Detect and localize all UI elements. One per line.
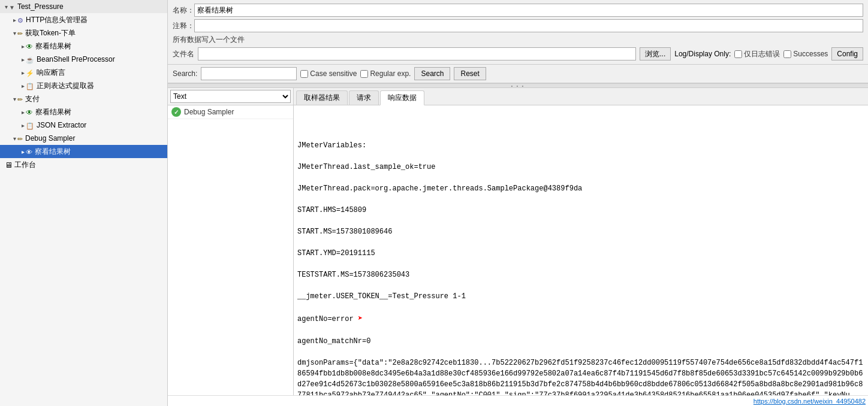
tree-arrow-json-extractor: ▸ [22,122,25,129]
case-sensitive-checkbox[interactable] [300,70,308,78]
workbench-icon: 🖥 [5,160,13,169]
regular-exp-label: Regular exp. [360,69,411,78]
result-line-1: JMeterThread.last_sample_ok=true [297,162,864,172]
tree-label-regex-extractor: 正则表达式提取器 [37,81,94,91]
tab-response-data[interactable]: 响应数据 [380,90,424,105]
dropdown-row: Text HTML JSON XML RegExp Tester [168,88,293,105]
tree-icon-response-assertion: ⚡ [26,68,34,77]
splitter-handle[interactable]: • • • [168,83,868,88]
tree-icon-view-results-tree3: 👁 [26,147,32,156]
result-content[interactable]: JMeterVariables: JMeterThread.last_sampl… [294,105,868,395]
result-line-7: __jmeter.USER_TOKEN__=Test_Pressure 1-1 [297,291,864,302]
result-line-3: START.HMS=145809 [297,205,864,216]
tree-icon-view-results-tree2: 👁 [26,108,33,117]
regular-exp-checkbox[interactable] [360,70,368,78]
name-label: 名称： [173,5,194,16]
tree-arrow-response-assertion: ▸ [22,69,25,76]
tree-icon-beanshell-preprocessor: ☕ [26,55,34,64]
tree-label-zhifu: 支付 [25,94,40,104]
result-line-0: JMeterVariables: [297,140,864,151]
tree-icon-regex-extractor: 📋 [26,81,34,90]
tab-sampler-result[interactable]: 取样器结果 [296,90,348,105]
bottom-bar: https://blog.csdn.net/weixin_44950482 [168,395,868,406]
tree-icon-get-token: ✏ [17,29,23,38]
lower-panel: Text HTML JSON XML RegExp Tester Debug S… [168,88,868,395]
sidebar-item-http-header-manager[interactable]: ▸⚙HTTP信息头管理器 [0,13,167,26]
result-line-10: dmjsonParams={"data":"2e8a28c92742ceb118… [297,357,864,395]
successes-checkbox[interactable] [783,50,791,58]
tree-icon-json-extractor: 📋 [26,121,34,130]
result-line-5: START.YMD=20191115 [297,248,864,259]
tree-label-test-pressure: Test_Pressure [17,2,64,11]
results-panel: 取样器结果请求响应数据 JMeterVariables: JMeterThrea… [294,88,868,395]
sidebar-item-view-results-tree2[interactable]: ▸👁察看结果树 [0,105,167,119]
tree-icon-view-results-tree1: 👁 [26,42,33,51]
bottom-url[interactable]: https://blog.csdn.net/weixin_44950482 [754,398,866,405]
sidebar-item-debug-sampler[interactable]: ▾✏Debug Sampler [0,132,167,145]
comment-row: 注释： [173,19,863,32]
tree-arrow-zhifu: ▾ [13,96,16,102]
search-input[interactable] [201,67,297,80]
sidebar-item-workbench[interactable]: 🖥 工作台 [0,158,167,171]
sidebar-item-view-results-tree1[interactable]: ▸👁察看结果树 [0,40,167,53]
log-display-options: Log/Display Only: 仅日志错误 Successes Config [674,47,863,60]
errors-checkbox[interactable] [734,50,742,58]
sample-list: Debug Sampler [168,105,293,395]
result-line-4: START.MS=1573801089646 [297,226,864,237]
errors-checkbox-label: 仅日志错误 [734,49,780,59]
sidebar-item-response-assertion[interactable]: ▸⚡响应断言 [0,66,167,79]
sidebar: ▾▼Test_Pressure▸⚙HTTP信息头管理器▾✏获取Token-下单▸… [0,0,168,406]
sidebar-item-get-token[interactable]: ▾✏获取Token-下单 [0,26,167,40]
status-icon-debug-sampler-item [171,107,181,117]
sidebar-item-beanshell-preprocessor[interactable]: ▸☕BeanShell PreProcessor [0,53,167,66]
tree-label-json-extractor: JSON Extractor [37,121,86,129]
comment-input[interactable] [194,19,863,32]
browse-button[interactable]: 浏览... [640,47,671,60]
tree-arrow-view-results-tree3: ▸ [22,149,25,155]
tree-arrow-test-pressure: ▾ [5,4,8,10]
tree-label-get-token: 获取Token-下单 [25,28,76,38]
filename-label: 文件名 [173,49,194,59]
search-label: Search: [173,69,197,78]
sidebar-item-view-results-tree3[interactable]: ▸👁察看结果树 [0,145,167,158]
reset-button[interactable]: Reset [454,67,486,80]
sidebar-item-test-pressure[interactable]: ▾▼Test_Pressure [0,0,167,13]
sidebar-item-regex-extractor[interactable]: ▸📋正则表达式提取器 [0,79,167,92]
sample-list-panel: Text HTML JSON XML RegExp Tester Debug S… [168,88,294,395]
tree-label-view-results-tree1: 察看结果树 [35,41,71,51]
arrow-indicator: ➤ [358,314,363,323]
tree-arrow-regex-extractor: ▸ [22,83,25,89]
tree-arrow-debug-sampler: ▾ [13,135,16,142]
result-line-2: JMeterThread.pack=org.apache.jmeter.thre… [297,183,864,194]
name-row: 名称： [173,4,863,17]
sidebar-item-zhifu[interactable]: ▾✏支付 [0,92,167,105]
tree-label-beanshell-preprocessor: BeanShell PreProcessor [37,55,115,63]
tabs-row: 取样器结果请求响应数据 [294,88,868,105]
sidebar-item-json-extractor[interactable]: ▸📋JSON Extractor [0,119,167,132]
tree-label-response-assertion: 响应断言 [37,68,65,78]
filename-input[interactable] [198,47,636,60]
write-all-title: 所有数据写入一个文件 [173,35,863,45]
main-content: 名称： 注释： 所有数据写入一个文件 文件名 浏览... Log/Display… [168,0,868,406]
sample-label-debug-sampler-item: Debug Sampler [184,108,234,116]
log-display-label: Log/Display Only: [674,50,731,58]
tree-arrow-beanshell-preprocessor: ▸ [22,56,25,63]
config-button[interactable]: Config [831,47,863,60]
tree-label-debug-sampler: Debug Sampler [25,134,75,143]
tree-arrow-view-results-tree1: ▸ [22,43,25,50]
comment-label: 注释： [173,21,194,31]
tree-label-view-results-tree2: 察看结果树 [35,107,71,117]
name-input[interactable] [194,4,863,17]
tree-arrow-http-header-manager: ▸ [13,17,16,23]
result-line-6: TESTSTART.MS=1573806235043 [297,269,864,280]
result-line-8: agentNo=error ➤ [297,313,864,325]
sample-item-debug-sampler-item[interactable]: Debug Sampler [168,105,293,119]
result-line-9: agentNo_matchNr=0 [297,336,864,347]
form-area: 名称： 注释： 所有数据写入一个文件 文件名 浏览... Log/Display… [168,0,868,65]
format-select[interactable]: Text HTML JSON XML RegExp Tester [170,90,291,103]
tree-icon-http-header-manager: ⚙ [17,16,23,25]
search-button[interactable]: Search [414,67,450,80]
tab-request[interactable]: 请求 [349,90,379,105]
tree-label-view-results-tree3: 察看结果树 [35,147,71,157]
tree-icon-debug-sampler: ✏ [17,134,23,143]
